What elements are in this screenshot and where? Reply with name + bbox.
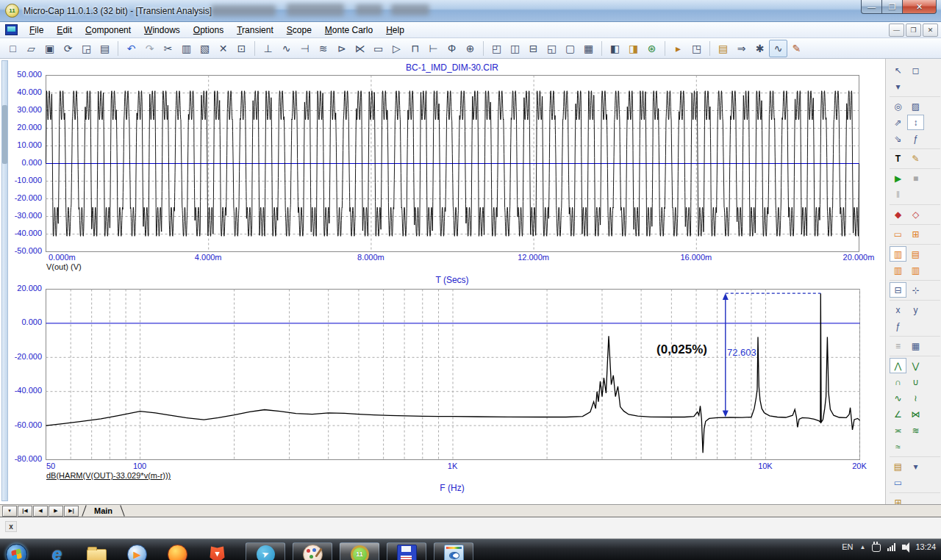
tile-vertical-icon[interactable]: ◫	[506, 40, 524, 57]
print-preview-icon[interactable]: ◲	[77, 40, 96, 57]
level-icon[interactable]: ≍	[890, 423, 906, 438]
menu-item-component[interactable]: Component	[79, 24, 137, 37]
auto-scale-icon[interactable]: ⇗	[890, 115, 906, 130]
slope-icon[interactable]: ∠	[890, 406, 906, 422]
go-to-performance-icon[interactable]: ƒ	[890, 318, 906, 334]
clock[interactable]: 13:24	[915, 542, 936, 552]
child-minimize-button[interactable]: —	[889, 24, 904, 37]
redo-icon[interactable]: ↷	[140, 40, 159, 57]
menu-item-transient[interactable]: Transient	[230, 24, 280, 37]
scale-mode-icon[interactable]: ◎	[890, 98, 906, 114]
menu-item-scope[interactable]: Scope	[280, 24, 318, 37]
paste-icon[interactable]: ▧	[196, 40, 214, 57]
pulse-source-icon[interactable]: ⊓	[406, 40, 424, 57]
text-page-icon[interactable]: ▭	[890, 475, 906, 490]
measurement-value[interactable]: 72.603	[727, 347, 756, 358]
preferences-icon[interactable]: ▤	[714, 40, 732, 57]
app-icon[interactable]: 11	[5, 4, 19, 18]
cascade-windows-icon[interactable]: ◰	[487, 40, 506, 57]
menu-item-options[interactable]: Options	[187, 24, 230, 37]
power-icon[interactable]	[872, 544, 881, 552]
crossing-icon[interactable]: ⋈	[907, 406, 924, 422]
scope-window-icon[interactable]: ◳	[687, 40, 706, 57]
capacitor-icon[interactable]: ⊣	[296, 40, 314, 57]
tile-horizontal-icon[interactable]: ⊟	[524, 40, 543, 57]
ic-icon[interactable]: ▭	[369, 40, 387, 57]
wmp-icon[interactable]: ▶	[127, 545, 147, 560]
scale-vertical-icon[interactable]: ↕	[907, 115, 924, 130]
last-page-button[interactable]: ▶|	[64, 506, 79, 517]
analysis-plot-icon[interactable]: ∿	[769, 40, 787, 57]
global-high-icon[interactable]: ≋	[907, 423, 924, 438]
maximize-button[interactable]: ❐	[882, 0, 903, 14]
component-panel-icon[interactable]: ◧	[606, 40, 624, 57]
shape-tool-icon[interactable]: ◻	[907, 62, 924, 78]
overlap-icon[interactable]: ◱	[543, 40, 561, 57]
minimize-button[interactable]: —	[861, 0, 882, 14]
menu-item-help[interactable]: Help	[379, 24, 411, 37]
floppy-taskbar-button[interactable]	[387, 542, 426, 560]
diode-icon[interactable]: ⊳	[332, 40, 351, 57]
inductor-icon[interactable]: ≋	[314, 40, 332, 57]
first-page-button[interactable]: |◀	[18, 506, 32, 517]
panel-close-icon[interactable]: x	[5, 521, 17, 532]
data-points-icon[interactable]: ⊞	[907, 226, 924, 242]
tokens-4-icon[interactable]: ▥	[907, 262, 924, 278]
menu-item-edit[interactable]: Edit	[50, 24, 79, 37]
ie-icon[interactable]: e	[48, 545, 66, 560]
clipboard-dropdown-icon[interactable]: ▾	[907, 459, 924, 474]
horizontal-cursor-icon[interactable]: ⊟	[890, 282, 906, 298]
prev-page-button[interactable]: ◀	[33, 506, 48, 517]
tokens-3-icon[interactable]: ▥	[890, 262, 906, 278]
brave-icon[interactable]	[208, 545, 226, 560]
valley-icon[interactable]: ⋁	[907, 358, 924, 373]
cursor-tracker-icon[interactable]: ⊹	[907, 282, 924, 298]
language-indicator[interactable]: EN	[842, 542, 853, 551]
tag-table-icon[interactable]: ▦	[907, 338, 924, 353]
tag-left-icon[interactable]: ≡	[890, 338, 906, 353]
menu-item-windows[interactable]: Windows	[137, 24, 187, 37]
calculator-icon[interactable]: ▦	[579, 40, 598, 57]
page-menu-button[interactable]: ▾	[2, 506, 17, 517]
volume-icon[interactable]	[902, 545, 906, 550]
maximize-window-icon[interactable]: ▢	[561, 40, 579, 57]
wire-icon[interactable]: ⊢	[424, 40, 443, 57]
scrollbar-thumb[interactable]	[2, 105, 7, 164]
voltage-source-icon[interactable]: Φ	[443, 40, 461, 57]
select-mode-icon[interactable]: ↖	[890, 62, 906, 78]
start-icon[interactable]	[6, 544, 27, 560]
go-to-x-icon[interactable]: x	[890, 302, 906, 317]
web-icon[interactable]: ⊛	[643, 40, 661, 57]
plot-properties-icon[interactable]: ▨	[907, 98, 924, 114]
high-icon[interactable]: ∩	[890, 374, 906, 390]
go-to-y-icon[interactable]: y	[907, 302, 924, 317]
menu-item-file[interactable]: File	[23, 24, 50, 37]
child-window-icon[interactable]	[5, 24, 18, 35]
formula-icon[interactable]: ƒ	[907, 131, 924, 146]
open-icon[interactable]: ▱	[22, 40, 40, 57]
tray-expand-icon[interactable]: ▲	[860, 544, 866, 550]
tokens-1-icon[interactable]: ▥	[890, 246, 906, 262]
tab-main[interactable]: Main	[87, 505, 120, 517]
data-point-mode-icon[interactable]: ◆	[890, 207, 906, 222]
text-mode-icon[interactable]: T	[890, 151, 906, 166]
global-low-icon[interactable]: ≈	[890, 439, 906, 454]
save-icon[interactable]: ▣	[40, 40, 59, 57]
child-close-button[interactable]: ✕	[923, 24, 938, 37]
tools-icon[interactable]: ✱	[751, 40, 769, 57]
inflection-icon[interactable]: ∿	[890, 390, 906, 406]
pause-icon[interactable]: ‖	[890, 187, 906, 202]
tokens-2-icon[interactable]: ▤	[907, 246, 924, 262]
viewer-taskbar-button[interactable]	[434, 542, 473, 560]
title-bar[interactable]: 11 Micro-Cap 11.0.1.3 (32 bit) - [Transi…	[0, 0, 941, 22]
shape-editor-icon[interactable]: ◨	[624, 40, 643, 57]
distortion-annotation-label[interactable]: (0,025%)	[609, 342, 707, 357]
spectrum-plot[interactable]	[46, 289, 860, 460]
buffer-icon[interactable]: ▷	[387, 40, 406, 57]
transient-plot[interactable]	[46, 75, 859, 252]
round-icon[interactable]: ≀	[907, 390, 924, 406]
stop-icon[interactable]: ■	[907, 170, 924, 186]
select-box-icon[interactable]: ▭	[890, 226, 906, 242]
ground-icon[interactable]: ⊥	[259, 40, 277, 57]
mc-taskbar-button[interactable]: 11	[340, 542, 379, 560]
